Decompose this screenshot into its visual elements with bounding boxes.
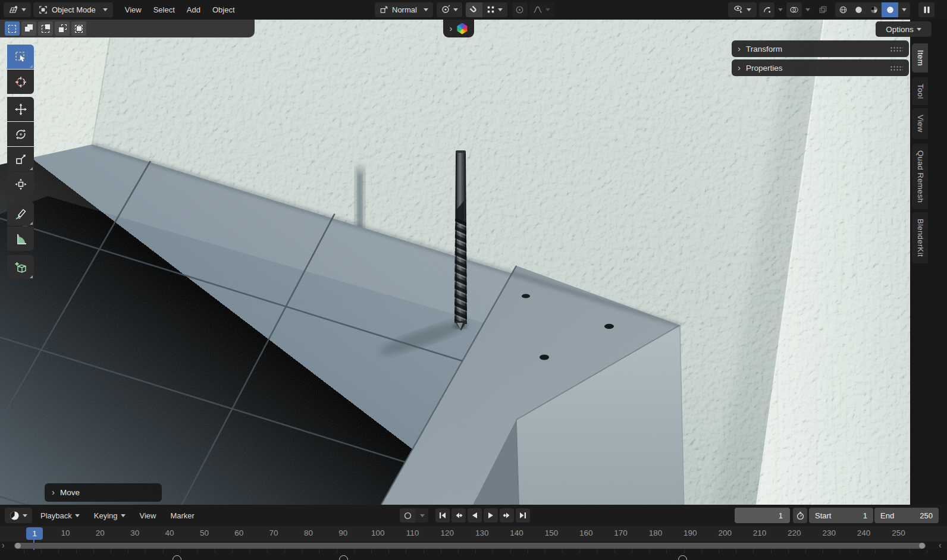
menu-keying[interactable]: Keying xyxy=(88,508,131,523)
panel-chevron-icon: › xyxy=(738,63,741,72)
scrollbar-left-handle[interactable] xyxy=(15,543,21,549)
xray-toggle[interactable] xyxy=(815,2,830,17)
auto-key-toggle[interactable] xyxy=(400,508,416,523)
editor-type-selector[interactable] xyxy=(4,2,31,17)
falloff-dropdown[interactable] xyxy=(529,2,554,17)
gizmos-dropdown[interactable] xyxy=(778,8,783,11)
select-mode-set[interactable] xyxy=(5,21,20,36)
tab-blenderkit[interactable]: BlenderKit xyxy=(912,212,928,263)
snapping-group xyxy=(466,2,507,17)
tool-annotate[interactable] xyxy=(7,202,34,226)
overlays-dropdown[interactable] xyxy=(805,8,810,11)
gizmo-icon xyxy=(763,5,772,14)
jump-to-start-button[interactable] xyxy=(435,508,450,523)
menu-view[interactable]: View xyxy=(119,2,148,17)
viewport-header: Object Mode View Select Add Object Norma… xyxy=(0,0,947,20)
gizmos-toggle[interactable] xyxy=(759,2,774,17)
panel-chevron-icon: › xyxy=(52,487,55,496)
panel-grip-icon[interactable] xyxy=(890,46,903,52)
scrollbar-right-handle[interactable] xyxy=(919,543,925,549)
snap-toggle-button[interactable] xyxy=(466,2,482,17)
frame-ruler[interactable]: 1 10203040506070809010011012013014015016… xyxy=(0,526,947,542)
ruler-label: 50 xyxy=(200,528,209,537)
sidebar-tab-strip: Item Tool View Quad Remesh BlenderKit xyxy=(910,20,947,505)
overlays-toggle[interactable] xyxy=(786,2,802,17)
use-preview-range-button[interactable] xyxy=(793,508,807,523)
pause-icon xyxy=(923,6,930,14)
shading-material-button[interactable] xyxy=(866,2,882,17)
current-frame-value: 1 xyxy=(779,511,783,520)
tool-scale[interactable] xyxy=(7,147,34,171)
play-button[interactable] xyxy=(484,508,498,523)
start-value: 1 xyxy=(863,511,867,520)
shading-wireframe-button[interactable] xyxy=(835,2,851,17)
visibility-dropdown[interactable] xyxy=(728,2,757,17)
pause-button[interactable] xyxy=(918,2,935,17)
shading-solid-button[interactable] xyxy=(851,2,866,17)
horizontal-scrollbar[interactable] xyxy=(14,543,926,549)
prev-keyframe-button[interactable] xyxy=(451,508,466,523)
shading-rendered-button[interactable] xyxy=(882,2,898,17)
ruler-label: 200 xyxy=(718,528,732,537)
move-icon xyxy=(14,103,27,116)
transport-controls xyxy=(435,508,530,523)
ruler-label: 180 xyxy=(649,528,663,537)
expand-channels-chevron[interactable]: › xyxy=(2,540,5,550)
jump-start-icon xyxy=(438,511,447,520)
select-mode-invert[interactable] xyxy=(55,21,70,36)
current-frame-field[interactable]: 1 xyxy=(735,508,790,523)
tool-transform[interactable] xyxy=(7,172,34,196)
frame-end-field[interactable]: End 250 xyxy=(874,508,939,523)
ruler-label: 20 xyxy=(96,528,105,537)
menu-add[interactable]: Add xyxy=(181,2,206,17)
pivot-point-dropdown[interactable] xyxy=(437,2,462,17)
play-reverse-button[interactable] xyxy=(468,508,482,523)
blenderkit-assetbar-flap[interactable]: › xyxy=(443,20,474,37)
tool-move[interactable] xyxy=(7,97,34,121)
panel-grip-icon[interactable] xyxy=(890,65,903,71)
tool-cursor[interactable] xyxy=(7,70,34,94)
shading-dropdown[interactable] xyxy=(898,2,910,17)
annotate-icon xyxy=(14,207,27,221)
panel-properties[interactable]: › Properties xyxy=(732,59,909,76)
channel-icon xyxy=(173,555,181,560)
editor-3d-viewport-icon xyxy=(8,5,18,14)
tab-tool[interactable]: Tool xyxy=(912,77,928,105)
viewport-3d-scene[interactable] xyxy=(0,0,947,560)
options-dropdown[interactable]: Options xyxy=(876,21,932,37)
transform-orientation-dropdown[interactable]: Normal xyxy=(375,2,433,17)
select-mode-intersect[interactable] xyxy=(71,21,86,36)
proportional-editing-toggle[interactable] xyxy=(512,2,528,17)
tool-select-box[interactable] xyxy=(7,45,34,69)
menu-select[interactable]: Select xyxy=(148,2,181,17)
mode-dropdown[interactable]: Object Mode xyxy=(33,2,113,17)
tab-view[interactable]: View xyxy=(912,108,928,139)
snap-target-dropdown[interactable] xyxy=(482,2,507,17)
menu-playback[interactable]: Playback xyxy=(35,508,86,523)
ruler-label: 40 xyxy=(165,528,174,537)
tab-quad-remesh[interactable]: Quad Remesh xyxy=(912,144,928,209)
current-frame-indicator[interactable]: 1 xyxy=(26,527,43,540)
frame-start-field[interactable]: Start 1 xyxy=(809,508,873,523)
operator-panel-move[interactable]: › Move xyxy=(45,483,162,502)
play-reverse-icon xyxy=(471,511,479,520)
collapse-chevron[interactable]: ‹ xyxy=(939,540,942,550)
menu-tl-view[interactable]: View xyxy=(134,508,162,523)
menu-marker[interactable]: Marker xyxy=(164,508,200,523)
tab-item[interactable]: Item xyxy=(912,43,928,73)
tool-rotate[interactable] xyxy=(7,122,34,146)
timeline-editor-type-selector[interactable] xyxy=(5,508,32,523)
end-value: 250 xyxy=(920,511,933,520)
proportional-editing-group xyxy=(512,2,554,17)
tool-add-cube[interactable] xyxy=(7,255,34,279)
tool-measure[interactable] xyxy=(7,226,34,251)
menu-object[interactable]: Object xyxy=(206,2,241,17)
channel-icon xyxy=(678,555,687,560)
timeline-editor: Playback Keying View Marker xyxy=(0,505,947,560)
select-mode-extend[interactable] xyxy=(21,21,36,36)
jump-to-end-button[interactable] xyxy=(516,508,530,523)
select-mode-subtract[interactable] xyxy=(38,21,53,36)
next-keyframe-button[interactable] xyxy=(500,508,514,523)
auto-key-dropdown[interactable] xyxy=(416,508,428,523)
panel-transform[interactable]: › Transform xyxy=(732,40,909,57)
